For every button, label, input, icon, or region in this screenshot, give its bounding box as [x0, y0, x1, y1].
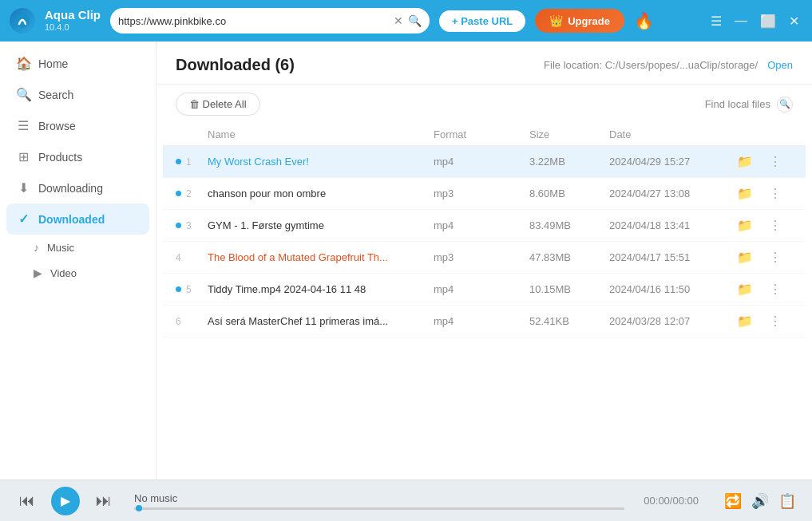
- player: ⏮ ▶ ⏭ No music 00:00/00:00 🔁 🔊 📋: [0, 480, 812, 521]
- url-bar[interactable]: https://www.pinkbike.co ✕ 🔍: [110, 8, 430, 34]
- table-header: Name Format Size Date: [163, 124, 806, 146]
- col-header-name: Name: [208, 128, 434, 140]
- more-icon[interactable]: ⋮: [769, 218, 793, 233]
- row-num: 2: [176, 188, 208, 199]
- row-format: mp3: [434, 251, 529, 263]
- col-header-date: Date: [609, 128, 737, 140]
- sidebar-item-browse-label: Browse: [38, 120, 76, 132]
- folder-icon[interactable]: 📁: [737, 186, 769, 201]
- titlebar-icons: ☰ — ⬜ ✕: [707, 10, 802, 32]
- folder-icon[interactable]: 📁: [737, 218, 769, 233]
- previous-button[interactable]: ⏮: [16, 488, 38, 513]
- fire-icon: 🔥: [634, 11, 654, 30]
- track-progress: [134, 507, 624, 510]
- row-num: 4: [176, 252, 208, 263]
- folder-icon[interactable]: 📁: [737, 314, 769, 329]
- sidebar-item-downloaded[interactable]: ✓ Downloaded: [6, 203, 149, 235]
- app-title-block: Aqua Clip 10.4.0: [45, 8, 101, 33]
- app-name: Aqua Clip: [45, 8, 101, 22]
- next-button[interactable]: ⏭: [93, 488, 115, 513]
- row-date: 2024/03/28 12:07: [609, 315, 737, 327]
- dot-icon: [176, 286, 181, 292]
- page-title: Downloaded (6): [176, 56, 295, 74]
- track-info: No music: [128, 492, 631, 510]
- dot-icon: [176, 223, 181, 228]
- sidebar-item-music[interactable]: ♪ Music: [0, 235, 156, 260]
- row-num: 5: [176, 284, 208, 295]
- upgrade-label: Upgrade: [568, 15, 610, 27]
- more-icon[interactable]: ⋮: [769, 314, 793, 329]
- row-format: mp3: [434, 187, 529, 199]
- upgrade-button[interactable]: 👑 Upgrade: [535, 9, 624, 33]
- table-row[interactable]: 4 The Blood of a Mutated Grapefruit Th..…: [163, 242, 806, 274]
- header-right: File location: C:/Users/popes/...uaClip/…: [544, 59, 793, 71]
- more-icon[interactable]: ⋮: [769, 282, 793, 297]
- table-row[interactable]: 1 My Worst Crash Ever! mp4 3.22MB 2024/0…: [163, 146, 806, 178]
- more-icon[interactable]: ⋮: [769, 154, 793, 169]
- url-text: https://www.pinkbike.co: [118, 15, 389, 27]
- table-row[interactable]: 2 chanson pour mon ombre mp3 8.60MB 2024…: [163, 178, 806, 210]
- playlist-button[interactable]: 📋: [778, 492, 796, 510]
- paste-url-button[interactable]: + Paste URL: [439, 10, 525, 32]
- row-size: 83.49MB: [529, 219, 609, 231]
- open-link[interactable]: Open: [767, 59, 793, 71]
- maximize-button[interactable]: ⬜: [757, 10, 779, 32]
- folder-icon[interactable]: 📁: [737, 250, 769, 265]
- row-name: chanson pour mon ombre: [208, 187, 434, 199]
- repeat-button[interactable]: 🔁: [724, 492, 742, 510]
- minimize-button[interactable]: —: [731, 10, 751, 31]
- find-local-files[interactable]: Find local files 🔍: [705, 97, 793, 112]
- sidebar-item-downloading[interactable]: ⬇ Downloading: [0, 172, 156, 203]
- folder-icon[interactable]: 📁: [737, 154, 769, 169]
- col-header-more: [769, 128, 793, 140]
- close-button[interactable]: ✕: [786, 10, 802, 32]
- url-search-icon[interactable]: 🔍: [408, 14, 422, 27]
- row-name: Tiddy Time.mp4 2024-04-16 11 48: [208, 283, 434, 295]
- table-row[interactable]: 5 Tiddy Time.mp4 2024-04-16 11 48 mp4 10…: [163, 274, 806, 306]
- row-date: 2024/04/18 13:41: [609, 219, 737, 231]
- titlebar: Aqua Clip 10.4.0 https://www.pinkbike.co…: [0, 0, 812, 41]
- more-icon[interactable]: ⋮: [769, 250, 793, 265]
- search-icon: 🔍: [16, 87, 30, 102]
- progress-bar[interactable]: [134, 507, 624, 510]
- more-icon[interactable]: ⋮: [769, 186, 793, 201]
- sidebar-item-video[interactable]: ▶ Video: [0, 260, 156, 286]
- url-close-icon[interactable]: ✕: [394, 14, 403, 27]
- row-size: 8.60MB: [529, 187, 609, 199]
- find-local-label: Find local files: [705, 98, 770, 110]
- main-layout: 🏠 Home 🔍 Search ☰ Browse ⊞ Products ⬇ Do…: [0, 41, 812, 480]
- sidebar-item-downloading-label: Downloading: [38, 182, 103, 195]
- dot-icon: [176, 159, 181, 164]
- table-row[interactable]: 3 GYM - 1. Første gymtime mp4 83.49MB 20…: [163, 210, 806, 242]
- sidebar-item-browse[interactable]: ☰ Browse: [0, 110, 156, 141]
- file-location: File location: C:/Users/popes/...uaClip/…: [544, 59, 758, 71]
- app-version: 10.4.0: [45, 22, 101, 33]
- row-date: 2024/04/16 11:50: [609, 283, 737, 295]
- row-num: 1: [176, 156, 208, 168]
- volume-button[interactable]: 🔊: [751, 492, 769, 510]
- sidebar-sub-video-label: Video: [50, 267, 77, 279]
- home-icon: 🏠: [16, 56, 30, 71]
- folder-icon[interactable]: 📁: [737, 282, 769, 297]
- content-header: Downloaded (6) File location: C:/Users/p…: [156, 41, 812, 85]
- sidebar-item-search[interactable]: 🔍 Search: [0, 79, 156, 110]
- row-name: GYM - 1. Første gymtime: [208, 219, 434, 231]
- player-right-icons: 🔁 🔊 📋: [724, 492, 796, 510]
- content-area: Downloaded (6) File location: C:/Users/p…: [156, 41, 812, 480]
- row-format: mp4: [434, 283, 529, 295]
- play-button[interactable]: ▶: [51, 487, 80, 515]
- sidebar-item-home[interactable]: 🏠 Home: [0, 48, 156, 79]
- track-name: No music: [134, 492, 624, 504]
- sidebar-sub-music-label: Music: [47, 242, 74, 254]
- progress-dot: [136, 505, 142, 511]
- find-local-search-icon: 🔍: [777, 97, 793, 112]
- sidebar-item-products[interactable]: ⊞ Products: [0, 141, 156, 172]
- row-num: 6: [176, 316, 208, 327]
- row-size: 47.83MB: [529, 251, 609, 263]
- delete-all-button[interactable]: 🗑 Delete All: [176, 93, 260, 116]
- menu-icon[interactable]: ☰: [707, 10, 725, 32]
- row-name: My Worst Crash Ever!: [208, 156, 434, 168]
- table-row[interactable]: 6 Así será MasterChef 11 primeras imá...…: [163, 306, 806, 337]
- row-size: 3.22MB: [529, 156, 609, 168]
- row-size: 52.41KB: [529, 315, 609, 327]
